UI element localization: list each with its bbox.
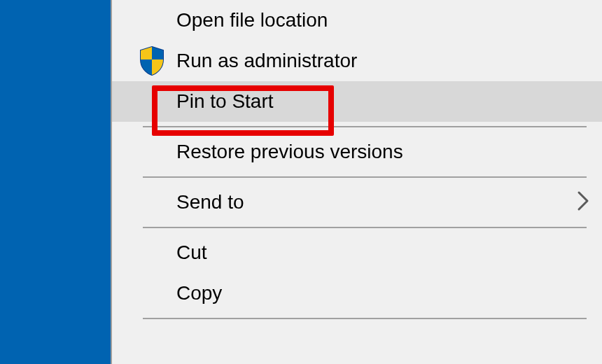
menu-label: Send to bbox=[176, 191, 602, 214]
menu-label: Pin to Start bbox=[176, 90, 602, 113]
menu-label: Copy bbox=[176, 282, 602, 304]
icon-slot bbox=[127, 46, 176, 76]
menu-label: Run as administrator bbox=[176, 50, 602, 72]
menu-label: Cut bbox=[176, 241, 602, 264]
context-menu: Open file location Run as administrator … bbox=[111, 0, 602, 364]
menu-label: Restore previous versions bbox=[176, 141, 602, 163]
menu-separator bbox=[143, 126, 587, 127]
menu-separator bbox=[143, 318, 587, 319]
menu-item-send-to[interactable]: Send to bbox=[112, 182, 602, 223]
menu-item-pin-to-start[interactable]: Pin to Start bbox=[112, 81, 602, 122]
menu-item-run-as-administrator[interactable]: Run as administrator bbox=[112, 41, 602, 81]
menu-label: Open file location bbox=[176, 9, 602, 31]
menu-separator bbox=[143, 227, 587, 228]
menu-item-cut[interactable]: Cut bbox=[112, 232, 602, 273]
menu-item-open-file-location[interactable]: Open file location bbox=[112, 0, 602, 41]
menu-item-restore-previous-versions[interactable]: Restore previous versions bbox=[112, 132, 602, 172]
submenu-arrow-icon bbox=[577, 190, 589, 214]
menu-separator bbox=[143, 176, 587, 178]
shield-icon bbox=[138, 46, 166, 76]
menu-item-copy[interactable]: Copy bbox=[112, 273, 602, 314]
